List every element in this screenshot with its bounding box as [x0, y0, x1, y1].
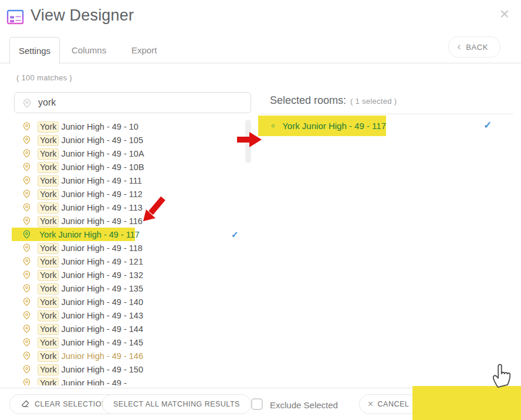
- room-label-rest: Junior High - 49 - 121: [59, 257, 143, 266]
- room-label-rest: Junior High - 49 - 105: [59, 136, 143, 145]
- room-label-rest: Junior High - 49 - 143: [59, 311, 143, 320]
- tab-settings[interactable]: Settings: [9, 37, 60, 64]
- search-match-highlight: York: [38, 189, 59, 200]
- room-label-rest: Junior High - 49 - 112: [59, 189, 142, 199]
- search-match-highlight: York: [38, 297, 59, 308]
- location-pin-icon: [22, 365, 31, 374]
- room-label-rest: Junior High - 49 - 10: [59, 122, 138, 131]
- save-button-highlight: [412, 386, 521, 420]
- matches-count: ( 100 matches ): [16, 73, 72, 82]
- search-match-highlight: York: [38, 121, 59, 133]
- search-match-highlight: York: [38, 216, 59, 227]
- chevron-left-icon: ‹: [457, 40, 461, 53]
- room-list-item[interactable]: York Junior High - 49 - 146: [12, 349, 252, 363]
- select-all-matching-button[interactable]: SELECT ALL MATCHING RESULTS: [102, 394, 251, 414]
- room-label: York Junior High - 49 - 10B: [38, 162, 144, 172]
- location-pin-icon: [22, 378, 31, 385]
- room-list-item[interactable]: York Junior High - 49 - 105: [12, 133, 252, 147]
- location-pin-icon: [22, 297, 31, 306]
- room-label: York Junior High - 49 - 144: [38, 324, 143, 334]
- room-label: York Junior High - 49 - 116: [38, 216, 143, 226]
- page-title: View Designer: [31, 6, 134, 25]
- room-list-item[interactable]: York Junior High - 49 - 132: [12, 268, 252, 282]
- room-label-rest: Junior High - 49 - 146: [59, 351, 143, 361]
- room-label-rest: Junior High - 49 - 145: [59, 338, 143, 347]
- location-pin-icon: [22, 257, 31, 266]
- room-list-item[interactable]: York Junior High - 49 - 10B: [12, 160, 252, 174]
- search-input[interactable]: [15, 93, 251, 113]
- room-label-rest: Junior High - 49 -: [59, 378, 126, 386]
- close-icon[interactable]: ×: [500, 6, 509, 22]
- room-list-item[interactable]: York Junior High - 49 - 150: [12, 363, 252, 376]
- search-match-highlight: York: [38, 202, 59, 214]
- search-match-highlight: York: [38, 270, 59, 281]
- room-label-rest: Junior High - 49 - 116: [59, 216, 142, 226]
- location-pin-icon: [22, 216, 31, 225]
- selected-room-item[interactable]: York Junior High - 49 - 117: [258, 116, 386, 136]
- room-label-rest: Junior High - 49 - 118: [59, 243, 142, 253]
- selected-count: ( 1 selected ): [350, 97, 397, 106]
- location-pin-icon: [22, 136, 31, 144]
- location-pin-icon: [22, 270, 31, 279]
- room-label: York Junior High - 49 - 113: [38, 203, 143, 212]
- clear-selection-label: CLEAR SELECTION: [35, 400, 107, 408]
- room-label-rest: Junior High - 49 - 150: [59, 365, 143, 374]
- room-list-item[interactable]: York Junior High - 49 - 118: [12, 241, 252, 255]
- location-pin-icon: [22, 230, 31, 239]
- room-label-rest: Junior High - 49 - 144: [59, 324, 143, 334]
- room-list-item[interactable]: York Junior High - 49 - 144: [12, 322, 252, 336]
- selected-room-label: York Junior High - 49 - 117: [282, 121, 386, 131]
- room-label: York Junior High - 49 - 135: [38, 284, 143, 293]
- room-list-item[interactable]: York Junior High - 49 - 113: [12, 201, 252, 214]
- room-label: York Junior High - 49 - 121: [38, 257, 143, 266]
- tab-export[interactable]: Export: [131, 37, 157, 63]
- eraser-icon: [21, 399, 30, 409]
- room-list-item[interactable]: York Junior High - 49 - 117✓: [12, 228, 252, 241]
- selected-rooms-heading: Selected rooms:: [270, 94, 346, 107]
- search-match-highlight: York: [38, 351, 59, 362]
- location-pin-icon: [22, 351, 31, 360]
- room-label: York Junior High - 49 - 105: [38, 136, 143, 145]
- location-pin-icon: [22, 284, 31, 293]
- exclude-selected-checkbox[interactable]: [251, 398, 263, 410]
- search-match-highlight: York: [38, 148, 59, 160]
- select-all-matching-label: SELECT ALL MATCHING RESULTS: [113, 400, 240, 408]
- search-match-highlight: York: [38, 162, 59, 173]
- room-list-item[interactable]: York Junior High - 49 - 10: [12, 120, 252, 133]
- room-list-item[interactable]: York Junior High - 49 - 145: [12, 336, 252, 349]
- location-pin-icon: [22, 243, 31, 252]
- search-match-highlight: York: [38, 364, 59, 375]
- room-label-rest: Junior High - 49 - 132: [59, 270, 143, 280]
- room-label-rest: Junior High - 49 - 113: [59, 203, 142, 212]
- location-pin-icon: [22, 176, 31, 185]
- cancel-button[interactable]: × CANCEL: [359, 394, 418, 414]
- room-label: York Junior High - 49 - 112: [38, 189, 143, 199]
- room-label: York Junior High - 49 - 143: [38, 311, 143, 320]
- room-list-item[interactable]: York Junior High - 49 - 10A: [12, 147, 252, 160]
- tab-columns[interactable]: Columns: [72, 37, 106, 63]
- location-pin-icon: [22, 311, 31, 320]
- room-list-item[interactable]: York Junior High - 49 - 140: [12, 295, 252, 309]
- back-button-label: BACK: [466, 43, 488, 52]
- view-designer-app-icon: [6, 8, 25, 26]
- search-match-highlight: York: [38, 283, 59, 294]
- room-list-item[interactable]: York Junior High - 49 - 112: [12, 187, 252, 201]
- location-pin-icon: [22, 122, 31, 131]
- exclude-selected-label: Exclude Selected: [270, 400, 338, 410]
- location-pin-icon: [22, 338, 31, 347]
- room-list-item[interactable]: York Junior High - 49 - 121: [12, 255, 252, 268]
- back-button[interactable]: ‹ BACK: [448, 36, 500, 57]
- search-match-highlight: York: [38, 135, 59, 146]
- room-label: York Junior High - 49 -: [38, 378, 127, 386]
- cancel-x-icon: ×: [368, 399, 374, 409]
- room-list-item[interactable]: York Junior High - 49 - 135: [12, 282, 252, 295]
- room-list-item[interactable]: York Junior High - 49 - 111: [12, 174, 252, 187]
- room-list-item[interactable]: York Junior High - 49 - 143: [12, 309, 252, 322]
- selected-panel-divider: [260, 114, 513, 114]
- room-list-item[interactable]: York Junior High - 49 -: [12, 376, 252, 385]
- room-list-item[interactable]: York Junior High - 49 - 116: [12, 214, 252, 228]
- location-pin-icon: [22, 189, 31, 198]
- list-scrollbar-thumb[interactable]: [245, 120, 251, 163]
- room-label-rest: Junior High - 49 - 10B: [59, 162, 144, 172]
- room-label-rest: Junior High - 49 - 111: [59, 176, 141, 185]
